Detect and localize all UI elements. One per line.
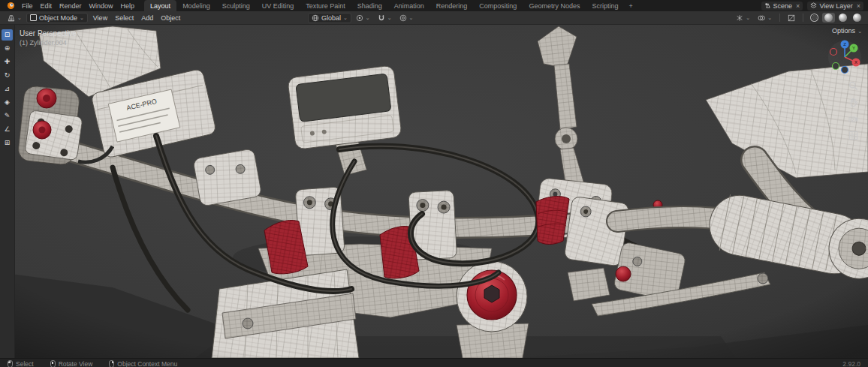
shading-wireframe-button[interactable] [808, 13, 821, 23]
snap-toggle[interactable]: ⌄ [375, 14, 395, 23]
workspace-tab[interactable]: Shading [351, 0, 388, 11]
workspace-tab[interactable]: Scripting [586, 0, 624, 11]
tool-icon: ✚ [5, 56, 11, 68]
tool-annotate[interactable]: ✎ [2, 110, 13, 122]
editor-type-button[interactable]: ⌄ [5, 14, 25, 23]
workspace-tab[interactable]: UV Editing [256, 0, 300, 11]
tool-icon: ✎ [5, 110, 11, 122]
remove-view-layer-icon[interactable]: × [855, 2, 860, 10]
shading-solid-button[interactable] [822, 13, 835, 23]
mode-label: Object Mode [39, 14, 77, 22]
tool-icon: ↻ [5, 70, 11, 81]
workspace-tab[interactable]: Modeling [176, 0, 216, 11]
pan-hand-icon[interactable] [848, 97, 858, 107]
tool-icon: ⊿ [5, 83, 11, 95]
viewport-menu-item[interactable]: Add [137, 14, 157, 22]
xray-toggle[interactable] [785, 14, 798, 23]
pivot-icon [356, 14, 363, 22]
mouse-hint: Rotate View [50, 360, 93, 367]
workspace-tab[interactable]: Rendering [430, 0, 474, 11]
mouse-hint-label: Select [16, 360, 34, 367]
viewport-nav-buttons [848, 80, 858, 140]
viewport-menu-item[interactable]: View [89, 14, 111, 22]
divider [779, 14, 780, 22]
object-mode-icon [30, 14, 37, 21]
toolbar: ⊡⊕✚↻⊿◈✎∠⊞ [2, 29, 13, 149]
blender-window: FileEditRenderWindowHelp LayoutModelingS… [0, 0, 868, 367]
overlays-icon [758, 14, 765, 22]
statusbar: Select Rotate View Object Context Menu 2… [0, 358, 868, 367]
camera-view-icon[interactable] [848, 113, 858, 124]
viewport-canvas[interactable]: ACE-PRO [0, 25, 868, 358]
unlink-scene-icon[interactable]: × [794, 2, 800, 10]
options-label: Options [832, 27, 855, 35]
scene-name: Scene [773, 2, 793, 10]
navigation-gizmo[interactable]: X Y Z [827, 40, 862, 74]
tool-icon: ⊡ [5, 29, 11, 41]
scene-selector[interactable]: Scene × [761, 2, 803, 11]
tool-measure[interactable]: ∠ [2, 124, 13, 135]
topbar-right: Scene × View Layer × [761, 0, 868, 11]
workspace-tab[interactable]: Layout [144, 0, 176, 11]
topbar: FileEditRenderWindowHelp LayoutModelingS… [0, 0, 868, 11]
chevron-down-icon: ⌄ [746, 15, 750, 20]
wireframe-sphere-icon [810, 14, 818, 22]
main-menus: FileEditRenderWindowHelp [18, 0, 138, 11]
proportional-editing-toggle[interactable]: ⌄ [396, 14, 417, 23]
menu-item[interactable]: Edit [37, 0, 56, 11]
chevron-down-icon: ⌄ [767, 15, 772, 20]
xray-icon [788, 14, 795, 22]
divider [803, 14, 803, 22]
show-gizmo-dropdown[interactable]: ⌄ [733, 14, 753, 23]
workspace-tab[interactable]: Geometry Nodes [523, 0, 586, 11]
viewport-menu-item[interactable]: Object [157, 14, 184, 22]
workspace-tab[interactable]: Sculpting [216, 0, 256, 11]
tool-scale[interactable]: ⊿ [2, 83, 13, 95]
menu-item[interactable]: Window [86, 0, 117, 11]
tool-icon: ◈ [5, 97, 10, 108]
tool-transform[interactable]: ◈ [2, 97, 13, 108]
options-dropdown[interactable]: Options ⌄ [832, 27, 862, 35]
chevron-down-icon: ⌄ [387, 15, 392, 20]
view-layer-selector[interactable]: View Layer × [807, 2, 863, 11]
transform-orientation-dropdown[interactable]: Global ⌄ [308, 13, 351, 23]
pivot-point-dropdown[interactable]: ⌄ [353, 14, 373, 23]
menu-item[interactable]: Help [117, 0, 139, 11]
shading-rendered-button[interactable] [851, 13, 863, 23]
tool-add-cube[interactable]: ⊞ [2, 137, 13, 149]
chevron-down-icon: ⌄ [343, 15, 348, 20]
chevron-down-icon: ⌄ [857, 29, 862, 34]
workspace-tab[interactable]: Animation [388, 0, 430, 11]
svg-text:Y: Y [852, 46, 855, 50]
mouse-hint-label: Rotate View [59, 360, 93, 367]
viewport-menu-item[interactable]: Select [111, 14, 137, 22]
orientation-label: Global [321, 14, 341, 22]
globe-icon [312, 14, 319, 22]
view-layer-icon [810, 2, 817, 9]
menu-item[interactable]: File [18, 0, 37, 11]
tool-rotate[interactable]: ↻ [2, 70, 13, 81]
rendered-sphere-icon [853, 14, 861, 22]
mouse-button-icon [50, 360, 56, 367]
tool-icon: ∠ [4, 124, 10, 135]
workspace-tabs: LayoutModelingSculptingUV EditingTexture… [144, 0, 624, 11]
workspace-tab[interactable]: Texture Paint [300, 0, 351, 11]
zoom-icon[interactable] [848, 80, 858, 91]
tool-select-box[interactable]: ⊡ [2, 29, 13, 41]
workspace-tab[interactable]: Compositing [473, 0, 523, 11]
add-workspace-button[interactable]: + [624, 0, 637, 11]
chevron-down-icon: ⌄ [80, 15, 84, 20]
blender-logo-icon[interactable] [4, 0, 18, 11]
svg-text:X: X [854, 60, 857, 65]
overlays-dropdown[interactable]: ⌄ [755, 14, 775, 23]
gizmo-axes-icon [736, 14, 743, 22]
tool-cursor[interactable]: ⊕ [2, 43, 13, 54]
toggle-ortho-icon[interactable] [848, 130, 858, 140]
mouse-button-icon [8, 360, 13, 367]
tool-move[interactable]: ✚ [2, 56, 13, 68]
tool-icon: ⊞ [5, 137, 11, 149]
proportional-editing-icon [399, 14, 407, 22]
menu-item[interactable]: Render [56, 0, 86, 11]
shading-material-button[interactable] [836, 13, 849, 23]
mode-dropdown[interactable]: Object Mode ⌄ [26, 13, 88, 23]
